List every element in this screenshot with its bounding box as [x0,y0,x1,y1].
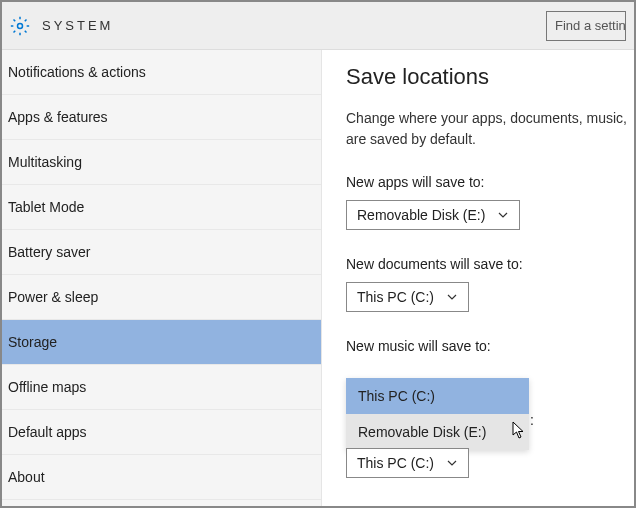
dropdown-option[interactable]: This PC (C:) [346,378,529,414]
svg-point-0 [18,23,23,28]
sidebar-item-label: Apps & features [8,109,108,125]
search-input[interactable]: Find a settin [546,11,626,41]
setting-label: New music will save to: [346,338,634,354]
main-panel: Save locations Change where your apps, d… [322,50,634,508]
content-area: Notifications & actions Apps & features … [2,50,634,508]
sidebar-item-battery-saver[interactable]: Battery saver [2,230,321,275]
sidebar-item-power-sleep[interactable]: Power & sleep [2,275,321,320]
dropdown-value: This PC (C:) [357,289,434,305]
sidebar-item-apps-features[interactable]: Apps & features [2,95,321,140]
dropdown-value: This PC (C:) [357,455,434,471]
dropdown-documents-location[interactable]: This PC (C:) [346,282,469,312]
sidebar-item-about[interactable]: About [2,455,321,500]
sidebar-item-multitasking[interactable]: Multitasking [2,140,321,185]
dropdown-option[interactable]: Removable Disk (E:) [346,414,529,450]
dropdown-popup-music: This PC (C:) Removable Disk (E:) [346,378,529,450]
sidebar-item-offline-maps[interactable]: Offline maps [2,365,321,410]
sidebar-item-default-apps[interactable]: Default apps [2,410,321,455]
gear-icon [10,16,30,36]
sidebar-item-label: Power & sleep [8,289,98,305]
chevron-down-icon [446,291,458,303]
sidebar-item-label: Battery saver [8,244,90,260]
setting-documents: New documents will save to: This PC (C:) [346,256,634,312]
header-title: SYSTEM [42,18,113,33]
chevron-down-icon [497,209,509,221]
chevron-down-icon [446,457,458,469]
page-description: Change where your apps, documents, music… [346,108,634,150]
setting-apps: New apps will save to: Removable Disk (E… [346,174,634,230]
setting-label: New documents will save to: [346,256,634,272]
label-fragment: : [530,412,534,428]
setting-music: New music will save to: [346,338,634,354]
dropdown-next-location[interactable]: This PC (C:) [346,448,469,478]
sidebar-item-tablet-mode[interactable]: Tablet Mode [2,185,321,230]
sidebar-item-label: Default apps [8,424,87,440]
sidebar-item-storage[interactable]: Storage [2,320,321,365]
sidebar-item-label: Offline maps [8,379,86,395]
sidebar: Notifications & actions Apps & features … [2,50,322,508]
dropdown-apps-location[interactable]: Removable Disk (E:) [346,200,520,230]
header-bar: SYSTEM Find a settin [2,2,634,50]
page-title: Save locations [346,64,634,90]
sidebar-item-label: About [8,469,45,485]
sidebar-item-notifications[interactable]: Notifications & actions [2,50,321,95]
sidebar-item-label: Storage [8,334,57,350]
dropdown-value: Removable Disk (E:) [357,207,485,223]
sidebar-item-label: Tablet Mode [8,199,84,215]
cursor-icon [510,420,530,440]
setting-label: New apps will save to: [346,174,634,190]
sidebar-item-label: Multitasking [8,154,82,170]
sidebar-item-label: Notifications & actions [8,64,146,80]
